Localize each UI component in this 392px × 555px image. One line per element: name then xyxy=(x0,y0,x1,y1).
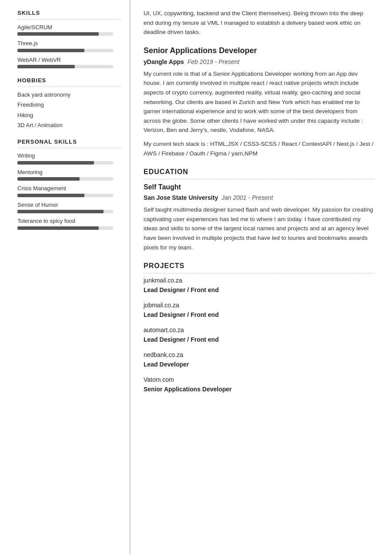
project-junkmail-name: junkmail.co.za xyxy=(144,276,375,285)
skill-mentoring-label: Mentoring xyxy=(17,168,121,177)
skill-humor-bar-bg xyxy=(17,210,113,213)
project-nedbank-name: nedbank.co.za xyxy=(144,350,375,360)
project-nedbank: nedbank.co.za Lead Developer xyxy=(144,350,375,369)
skill-writing-bar-fill xyxy=(17,161,94,165)
skill-crisis-bar-bg xyxy=(17,194,113,197)
company-name-ydangle: yDangle Apps xyxy=(144,58,184,65)
project-automart: automart.co.za Lead Designer / Front end xyxy=(144,326,375,344)
skill-mentoring-bar-bg xyxy=(17,177,113,181)
project-vatom-role: Senior Applications Developer xyxy=(144,385,375,394)
skill-webar-label: WebAR / WebVR xyxy=(17,56,121,64)
education-heading: EDUCATION xyxy=(144,167,375,179)
resume-page: SKILLS Agile/SCRUM Three.js WebAR / WebV… xyxy=(0,0,392,555)
job-desc-senior-2: My current tech stack is : HTML,JSX / CS… xyxy=(144,139,375,158)
project-jobmail-role: Lead Designer / Front end xyxy=(144,310,375,320)
hobby-3d-art: 3D Art / Animation xyxy=(17,121,121,130)
project-automart-name: automart.co.za xyxy=(144,326,375,335)
skill-crisis: Crisis Management xyxy=(17,184,121,197)
skill-crisis-bar-fill xyxy=(17,194,84,197)
project-jobmail: jobmail.co.za Lead Designer / Front end xyxy=(144,301,375,320)
hobbies-section: HOBBIES Back yard astronomy Freediving H… xyxy=(17,76,121,130)
hobbies-heading: HOBBIES xyxy=(17,76,121,87)
skills-heading: SKILLS xyxy=(17,9,121,20)
skill-writing-label: Writing xyxy=(17,151,121,160)
skill-writing-bar-bg xyxy=(17,161,113,165)
job-desc-senior-1: My current role is that of a Senior Appl… xyxy=(144,69,375,135)
job-title-senior-apps: Senior Applications Developer xyxy=(144,45,375,57)
main-content: UI, UX, copywriting, backend and the Cli… xyxy=(131,0,392,555)
edu-description: Self taught multimedia designer turned f… xyxy=(144,205,375,252)
hobby-astronomy: Back yard astronomy xyxy=(17,91,121,99)
skill-webar-bar-fill xyxy=(17,65,75,68)
intro-paragraph: UI, UX, copywriting, backend and the Cli… xyxy=(144,9,375,37)
skill-webar-bar-bg xyxy=(17,65,113,68)
edu-dates: Jan 2001 - Present xyxy=(221,194,273,201)
job-senior-apps-dev: Senior Applications Developer yDangle Ap… xyxy=(144,45,375,158)
project-vatom-name: Vatom.com xyxy=(144,375,375,384)
project-vatom: Vatom.com Senior Applications Developer xyxy=(144,375,375,394)
skills-section: SKILLS Agile/SCRUM Three.js WebAR / WebV… xyxy=(17,9,121,68)
date-range-ydangle: Feb 2019 - Present xyxy=(188,58,240,65)
skill-writing: Writing xyxy=(17,151,121,165)
education-block: Self Taught San Jose State University Ja… xyxy=(144,182,375,252)
skill-spicy: Tolerance to spicy food xyxy=(17,217,121,230)
skill-crisis-label: Crisis Management xyxy=(17,184,121,193)
skill-threejs-bar-fill xyxy=(17,49,84,52)
project-automart-role: Lead Designer / Front end xyxy=(144,335,375,344)
skill-spicy-bar-fill xyxy=(17,226,99,230)
company-line-ydangle: yDangle Apps Feb 2019 - Present xyxy=(144,57,375,67)
skill-mentoring-bar-fill xyxy=(17,177,80,181)
skill-humor-bar-fill xyxy=(17,210,104,213)
skill-agile-bar-fill xyxy=(17,32,99,36)
personal-skills-section: PERSONAL SKILLS Writing Mentoring Crisis… xyxy=(17,138,121,230)
skill-spicy-label: Tolerance to spicy food xyxy=(17,217,121,225)
edu-institution-name: San Jose State University xyxy=(144,194,218,201)
project-nedbank-role: Lead Developer xyxy=(144,360,375,369)
skill-humor-label: Sense of Humor xyxy=(17,201,121,209)
skill-threejs-label: Three.js xyxy=(17,39,121,48)
project-junkmail: junkmail.co.za Lead Designer / Front end xyxy=(144,276,375,295)
skill-webar: WebAR / WebVR xyxy=(17,56,121,69)
skill-agile: Agile/SCRUM xyxy=(17,23,121,36)
project-junkmail-role: Lead Designer / Front end xyxy=(144,286,375,295)
skill-agile-label: Agile/SCRUM xyxy=(17,23,121,32)
personal-skills-heading: PERSONAL SKILLS xyxy=(17,138,121,148)
skill-humor: Sense of Humor xyxy=(17,201,121,214)
skill-threejs-bar-bg xyxy=(17,49,113,52)
skill-threejs: Three.js xyxy=(17,39,121,52)
skill-agile-bar-bg xyxy=(17,32,113,36)
hobby-hiking: Hiking xyxy=(17,111,121,120)
hobby-freediving: Freediving xyxy=(17,101,121,109)
project-jobmail-name: jobmail.co.za xyxy=(144,301,375,310)
education-title: Self Taught xyxy=(144,182,375,192)
skill-spicy-bar-bg xyxy=(17,226,113,230)
skill-mentoring: Mentoring xyxy=(17,168,121,181)
edu-institution-line: San Jose State University Jan 2001 - Pre… xyxy=(144,193,375,202)
projects-heading: PROJECTS xyxy=(144,261,375,273)
sidebar: SKILLS Agile/SCRUM Three.js WebAR / WebV… xyxy=(0,0,131,555)
